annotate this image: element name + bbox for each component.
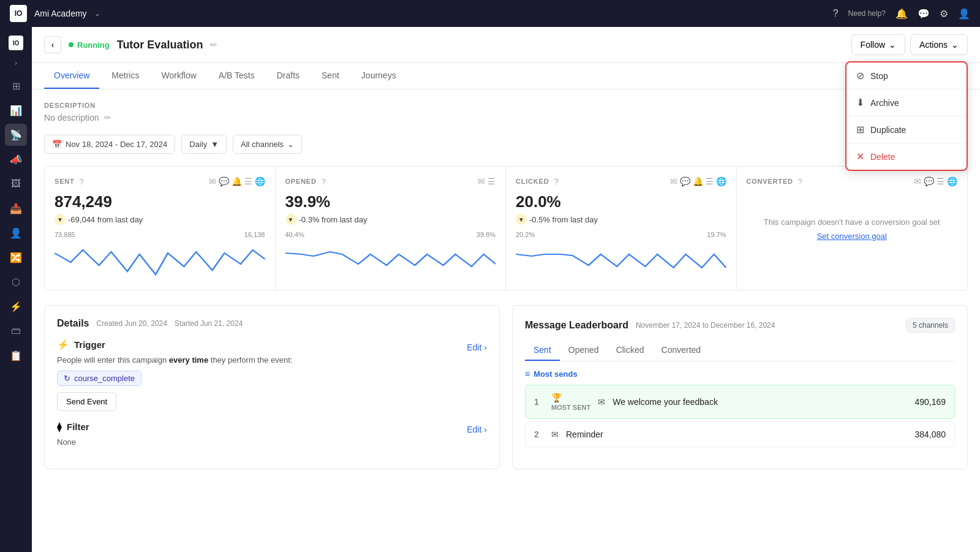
tab-metrics[interactable]: Metrics <box>102 63 149 89</box>
duplicate-label: Duplicate <box>870 125 906 135</box>
duplicate-menu-item[interactable]: ⊞ Duplicate <box>846 116 967 143</box>
bell-icon[interactable]: 🔔 <box>895 8 908 20</box>
sidebar-item-data[interactable]: 🗃 <box>5 320 27 342</box>
delete-label: Delete <box>870 152 895 162</box>
opened-sparkline <box>285 241 496 281</box>
trigger-icon: ⚡ <box>57 339 69 350</box>
description-value: No description <box>44 113 99 123</box>
tab-ab-tests[interactable]: A/B Tests <box>209 63 265 89</box>
channels-filter[interactable]: All channels ⌄ <box>233 135 302 154</box>
edit-description-icon[interactable]: ✏ <box>104 113 111 123</box>
sidebar-item-dashboard[interactable]: ⊞ <box>5 75 27 97</box>
trigger-edit-link[interactable]: Edit › <box>467 342 487 352</box>
settings-icon[interactable]: ⚙ <box>940 8 948 20</box>
opened-help-icon[interactable]: ? <box>322 177 326 186</box>
stop-icon: ⊘ <box>856 70 864 81</box>
topbar-org-name: Ami Academy <box>34 9 87 18</box>
sent-chart: 73,885 16,138 <box>55 231 265 280</box>
follow-chevron-icon: ⌄ <box>889 40 896 50</box>
sidebar-item-reports[interactable]: 📋 <box>5 344 27 366</box>
sidebar-item-objects[interactable]: ⬡ <box>5 271 27 293</box>
sent-value: 874,249 <box>55 192 265 211</box>
frequency-filter[interactable]: Daily ▼ <box>181 135 227 154</box>
send-event-button[interactable]: Send Event <box>57 392 116 411</box>
tab-workflow[interactable]: Workflow <box>151 63 206 89</box>
trigger-event-name: course_complete <box>74 374 135 383</box>
lb-tab-clicked[interactable]: Clicked <box>608 340 653 361</box>
bottom-grid: Details Created Jun 20, 2024 Started Jun… <box>44 305 968 469</box>
actions-dropdown: ⊘ Stop ⬇ Archive ⊞ Duplicate <box>845 61 968 171</box>
clicked-help-icon[interactable]: ? <box>554 177 559 186</box>
sidebar-expand-icon[interactable]: › <box>12 56 20 70</box>
clicked-value: 20.0% <box>516 192 726 211</box>
sent-email-icon: ✉ <box>209 176 216 186</box>
channels-chevron-icon: ⌄ <box>287 140 294 149</box>
sent-channel-icons: ✉ 💬 🔔 ☰ 🌐 <box>209 176 265 186</box>
trigger-description: People will enter this campaign every ti… <box>57 355 487 365</box>
follow-button[interactable]: Follow ⌄ <box>851 34 905 55</box>
sent-help-icon[interactable]: ? <box>80 177 84 186</box>
topbar: IO Ami Academy ⌄ ? Need help? 🔔 💬 ⚙ 👤 <box>0 0 980 27</box>
tab-sent[interactable]: Sent <box>312 63 349 89</box>
lb-tab-sent[interactable]: Sent <box>525 340 560 361</box>
edit-title-icon[interactable]: ✏ <box>210 40 217 50</box>
sidebar-item-templates[interactable]: 🖼 <box>5 173 27 195</box>
lb-tab-opened[interactable]: Opened <box>560 340 608 361</box>
clicked-app-icon: ☰ <box>706 176 714 186</box>
stop-menu-item[interactable]: ⊘ Stop <box>846 62 967 89</box>
clicked-label: CLICKED <box>516 178 549 185</box>
tab-drafts[interactable]: Drafts <box>267 63 309 89</box>
delete-menu-item[interactable]: ✕ Delete <box>846 143 967 170</box>
follow-label: Follow <box>861 40 885 50</box>
metric-sent: SENT ? ✉ 💬 🔔 ☰ 🌐 874,249 ▼ -69,04 <box>45 167 276 290</box>
set-conversion-goal-link[interactable]: Set conversion goal <box>817 232 887 241</box>
sidebar-item-people[interactable]: 👤 <box>5 222 27 244</box>
filter-edit-link[interactable]: Edit › <box>467 425 487 434</box>
archive-label: Archive <box>870 98 899 108</box>
row-1-badge: MOST SENT <box>551 404 590 411</box>
metrics-grid: SENT ? ✉ 💬 🔔 ☰ 🌐 874,249 ▼ -69,04 <box>44 166 968 290</box>
metric-opened: OPENED ? ✉ ☰ 39.9% ▼ -0.3% from last day… <box>276 167 507 290</box>
opened-chart: 40.4% 39.8% <box>285 231 496 280</box>
opened-change: ▼ -0.3% from last day <box>285 214 496 225</box>
tab-overview[interactable]: Overview <box>44 63 99 89</box>
sidebar-item-broadcast[interactable]: 📣 <box>5 148 27 170</box>
sidebar-item-activity[interactable]: ⚡ <box>5 295 27 317</box>
sidebar-item-campaigns[interactable]: 📡 <box>5 124 27 146</box>
clicked-sparkline <box>516 241 726 281</box>
help-icon[interactable]: ? <box>833 8 839 19</box>
most-sends-bar-icon: ≡ <box>525 369 530 379</box>
most-sends-header: ≡ Most sends <box>525 369 955 379</box>
clicked-web-icon: 🌐 <box>716 176 726 186</box>
archive-icon: ⬇ <box>856 97 864 108</box>
converted-empty-state: This campaign doesn't have a conversion … <box>747 192 958 266</box>
filter-section: ⧫ Filter Edit › None <box>57 421 487 447</box>
date-range-filter[interactable]: 📅 Nov 18, 2024 - Dec 17, 2024 <box>44 135 175 154</box>
sidebar-item-segments[interactable]: 🔀 <box>5 246 27 268</box>
archive-menu-item[interactable]: ⬇ Archive <box>846 89 967 116</box>
metric-sent-header: SENT ? ✉ 💬 🔔 ☰ 🌐 <box>55 176 265 186</box>
trigger-title-row: ⚡ Trigger <box>57 339 105 350</box>
lb-tab-converted[interactable]: Converted <box>653 340 710 361</box>
back-button[interactable]: ‹ <box>44 36 61 53</box>
trophy-icon: 🏆 <box>551 393 590 403</box>
description-text: No description ✏ <box>44 113 968 123</box>
row-2-name: Reminder <box>566 429 907 439</box>
metric-clicked-header: CLICKED ? ✉ 💬 🔔 ☰ 🌐 <box>516 176 726 186</box>
converted-help-icon[interactable]: ? <box>798 177 802 186</box>
actions-button[interactable]: Actions ⌄ <box>910 34 968 55</box>
chat-icon[interactable]: 💬 <box>918 8 930 20</box>
user-icon[interactable]: 👤 <box>958 8 970 20</box>
converted-label: CONVERTED <box>747 178 793 185</box>
stop-label: Stop <box>870 71 888 81</box>
frequency-chevron-icon: ▼ <box>211 140 219 149</box>
sidebar-item-analytics[interactable]: 📊 <box>5 99 27 121</box>
conv-web-icon: 🌐 <box>947 176 957 186</box>
row-1-rank: 1 <box>534 397 544 407</box>
tag-loop-icon: ↻ <box>64 374 70 383</box>
filter-value: None <box>57 437 487 447</box>
sidebar-item-inbox[interactable]: 📥 <box>5 197 27 219</box>
opened-value: 39.9% <box>285 192 496 211</box>
tab-journeys[interactable]: Journeys <box>352 63 406 89</box>
channels-value: All channels <box>241 140 284 149</box>
